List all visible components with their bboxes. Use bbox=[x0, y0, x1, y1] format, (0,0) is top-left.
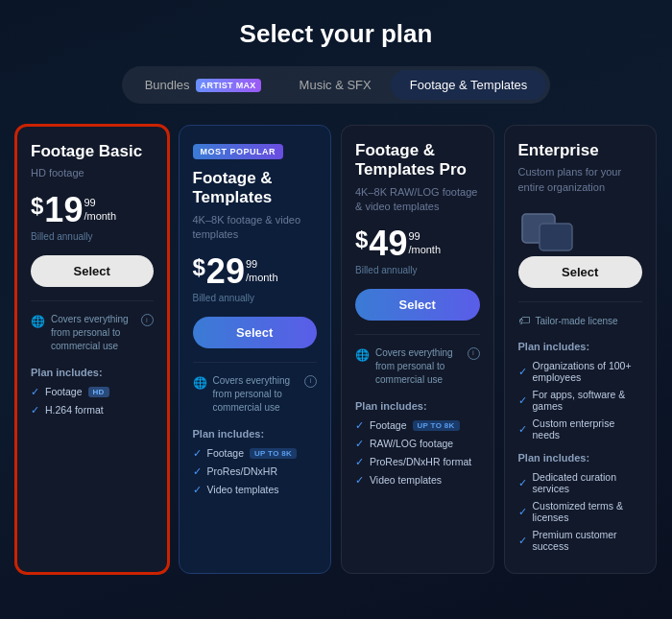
feature-enterprise-d1: ✓ Customized terms & licenses bbox=[518, 500, 643, 523]
feature-footage-templates-pro-3: ✓ Video templates bbox=[355, 474, 480, 487]
badge-hd: HD bbox=[88, 387, 109, 397]
feature-footage-templates-pro-1: ✓ RAW/LOG footage bbox=[355, 438, 480, 450]
tab-footage[interactable]: Footage & Templates bbox=[391, 70, 547, 100]
plan-card-footage-basic: Footage Basic HD footage $ 19 99 /month … bbox=[15, 125, 169, 574]
feature-enterprise-2: ✓ Custom enterprise needs bbox=[518, 417, 643, 440]
plan-card-enterprise: Enterprise Custom plans for your entire … bbox=[504, 125, 658, 574]
plan-name-footage-basic: Footage Basic bbox=[31, 142, 154, 161]
feature-enterprise-0: ✓ Organizations of 100+ employees bbox=[518, 360, 643, 383]
tab-bundles-badge: ARTIST MAX bbox=[196, 79, 261, 92]
coverage-footage-templates: 🌐 Covers everything from personal to com… bbox=[193, 362, 318, 415]
check-icon: ✓ bbox=[31, 386, 39, 398]
price-footage-templates-pro: $ 49 99 /month bbox=[355, 226, 480, 261]
select-button-footage-basic[interactable]: Select bbox=[31, 255, 154, 287]
page-title: Select your plan bbox=[15, 19, 657, 49]
tag-icon: 🏷 bbox=[518, 314, 530, 327]
billed-footage-templates: Billed annually bbox=[193, 293, 318, 303]
check-icon: ✓ bbox=[355, 419, 364, 432]
includes-title-footage-templates: Plan includes: bbox=[193, 428, 318, 440]
page-container: Select your plan Bundles ARTIST MAX Musi… bbox=[0, 0, 672, 593]
price-amount-footage-basic: 19 bbox=[44, 193, 83, 227]
includes-title-enterprise-2: Plan includes: bbox=[518, 452, 643, 464]
feature-enterprise-d2: ✓ Premium customer success bbox=[518, 529, 643, 552]
plan-card-footage-templates: MOST POPULAR Footage & Templates 4K–8K f… bbox=[179, 125, 332, 574]
plan-card-footage-templates-pro: Footage & Templates Pro 4K–8K RAW/LOG fo… bbox=[341, 125, 494, 574]
feature-footage-templates-2: ✓ Video templates bbox=[193, 484, 318, 496]
select-button-enterprise[interactable]: Select bbox=[518, 256, 643, 288]
feature-enterprise-1: ✓ For apps, software & games bbox=[518, 389, 643, 412]
check-icon: ✓ bbox=[193, 447, 202, 460]
tab-footage-label: Footage & Templates bbox=[410, 78, 528, 92]
globe-icon: 🌐 bbox=[355, 347, 370, 364]
tab-music[interactable]: Music & SFX bbox=[280, 70, 391, 100]
globe-icon: 🌐 bbox=[193, 375, 207, 392]
includes-title-enterprise: Plan includes: bbox=[518, 341, 643, 352]
price-cents-footage-templates: 99 /month bbox=[246, 257, 278, 285]
price-dollar-footage-basic: $ bbox=[31, 195, 43, 218]
check-icon: ✓ bbox=[31, 404, 39, 417]
billed-footage-basic: Billed annually bbox=[31, 231, 154, 242]
tab-bundles-label: Bundles bbox=[145, 78, 190, 92]
tab-music-label: Music & SFX bbox=[300, 78, 372, 92]
price-cents-footage-basic: 99 /month bbox=[84, 196, 116, 224]
check-icon: ✓ bbox=[518, 477, 527, 489]
plan-name-footage-templates: Footage & Templates bbox=[193, 169, 318, 208]
plan-desc-footage-templates: 4K–8K footage & video templates bbox=[193, 213, 318, 243]
price-dollar-footage-templates: $ bbox=[193, 256, 205, 279]
feature-footage-templates-pro-2: ✓ ProRes/DNxHR format bbox=[355, 456, 480, 468]
check-icon: ✓ bbox=[355, 456, 364, 468]
feature-footage-templates-pro-0: ✓ Footage UP TO 8K bbox=[355, 419, 480, 432]
feature-footage-templates-1: ✓ ProRes/DNxHR bbox=[193, 465, 318, 478]
info-icon-footage-basic[interactable]: i bbox=[141, 314, 154, 326]
enterprise-svg-icon bbox=[518, 206, 576, 254]
feature-footage-basic-0: ✓ Footage HD bbox=[31, 386, 154, 398]
select-button-footage-templates[interactable]: Select bbox=[193, 317, 318, 348]
plan-name-footage-templates-pro: Footage & Templates Pro bbox=[355, 141, 480, 180]
info-icon-footage-templates[interactable]: i bbox=[304, 375, 317, 388]
tabs-container: Bundles ARTIST MAX Music & SFX Footage &… bbox=[122, 66, 551, 104]
price-amount-footage-templates-pro: 49 bbox=[369, 226, 407, 261]
plan-desc-enterprise: Custom plans for your entire organizatio… bbox=[518, 165, 643, 195]
check-icon: ✓ bbox=[518, 506, 527, 518]
check-icon: ✓ bbox=[193, 484, 202, 496]
globe-icon: 🌐 bbox=[31, 314, 45, 330]
check-icon: ✓ bbox=[518, 535, 527, 547]
most-popular-badge: MOST POPULAR bbox=[193, 144, 284, 159]
svg-rect-1 bbox=[540, 224, 572, 250]
price-footage-templates: $ 29 99 /month bbox=[193, 254, 318, 289]
select-button-footage-templates-pro[interactable]: Select bbox=[355, 289, 480, 321]
check-icon: ✓ bbox=[518, 394, 527, 407]
check-icon: ✓ bbox=[518, 423, 527, 436]
includes-title-footage-templates-pro: Plan includes: bbox=[355, 400, 480, 412]
badge-8k: UP TO 8K bbox=[250, 448, 297, 459]
plan-desc-footage-basic: HD footage bbox=[31, 166, 154, 180]
coverage-footage-templates-pro: 🌐 Covers everything from personal to com… bbox=[355, 334, 480, 387]
check-icon: ✓ bbox=[193, 465, 202, 478]
billed-footage-templates-pro: Billed annually bbox=[355, 265, 480, 275]
feature-enterprise-d0: ✓ Dedicated curation services bbox=[518, 471, 643, 494]
info-icon-footage-templates-pro[interactable]: i bbox=[468, 347, 480, 360]
price-cents-footage-templates-pro: 99 /month bbox=[408, 229, 441, 257]
tab-bundles[interactable]: Bundles ARTIST MAX bbox=[126, 70, 280, 100]
coverage-footage-basic: 🌐 Covers everything from personal to com… bbox=[31, 300, 154, 353]
feature-footage-templates-0: ✓ Footage UP TO 8K bbox=[193, 447, 318, 460]
badge-8k: UP TO 8K bbox=[413, 420, 460, 431]
check-icon: ✓ bbox=[518, 366, 527, 378]
includes-title-footage-basic: Plan includes: bbox=[31, 367, 154, 378]
check-icon: ✓ bbox=[355, 474, 364, 487]
price-dollar-footage-templates-pro: $ bbox=[355, 228, 368, 251]
price-footage-basic: $ 19 99 /month bbox=[31, 193, 154, 227]
plan-desc-footage-templates-pro: 4K–8K RAW/LOG footage & video templates bbox=[355, 185, 480, 215]
enterprise-icon-area bbox=[518, 206, 643, 256]
plan-name-enterprise: Enterprise bbox=[518, 141, 643, 160]
feature-footage-basic-1: ✓ H.264 format bbox=[31, 404, 154, 417]
tailor-row-enterprise: 🏷 Tailor-made license bbox=[518, 301, 643, 327]
plans-grid: Footage Basic HD footage $ 19 99 /month … bbox=[15, 125, 657, 574]
price-amount-footage-templates: 29 bbox=[206, 254, 245, 289]
check-icon: ✓ bbox=[355, 438, 364, 450]
